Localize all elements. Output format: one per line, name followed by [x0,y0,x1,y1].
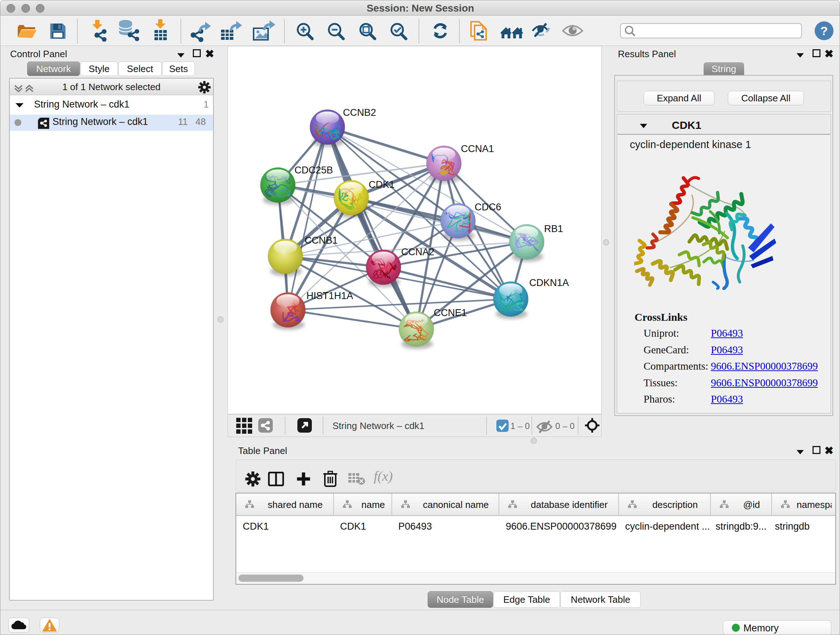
svg-text:CCNA2: CCNA2 [401,247,434,257]
svg-text:CDC25B: CDC25B [294,165,333,176]
svg-text:HIST1H1A: HIST1H1A [306,290,353,301]
svg-text:CCNB1: CCNB1 [305,235,338,246]
svg-text:CDC6: CDC6 [475,202,501,212]
svg-text:CDKN1A: CDKN1A [529,277,569,288]
svg-text:CCNA1: CCNA1 [461,143,494,154]
svg-text:CCNB2: CCNB2 [343,107,376,118]
svg-text:CDK1: CDK1 [369,179,395,190]
svg-text:CCNE1: CCNE1 [434,307,467,318]
svg-text:RB1: RB1 [544,223,563,234]
